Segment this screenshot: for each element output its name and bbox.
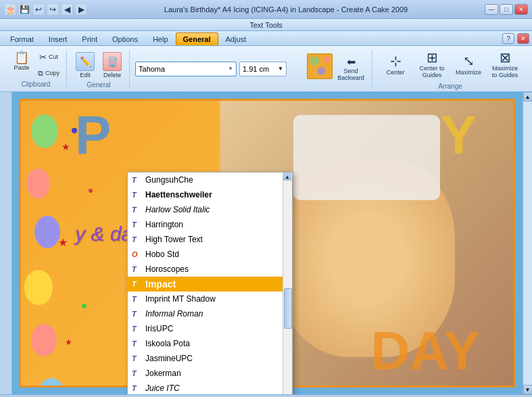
send-backward-button[interactable]: ⬅ SendBackward [334,53,368,84]
close-ribbon-btn[interactable]: ✕ [517,33,529,44]
font-item-jasmineupc[interactable]: T JasmineUPC [128,351,292,366]
balloon-pink-1 [26,168,50,199]
send-backward-label: SendBackward [337,68,364,82]
tab-general[interactable]: General [176,32,218,45]
balloon-blue-2 [38,378,65,388]
font-icon-T13: T [132,384,141,392]
center-to-guides-button[interactable]: ⊞ Center toGuides [414,47,450,81]
star-3: ★ [65,337,72,347]
scrollbar-up-btn[interactable]: ▲ [283,172,291,181]
text-tools-bar: Text Tools [0,19,532,31]
delete-button[interactable]: 🗑️ Delete [99,49,125,81]
help-btn[interactable]: ? [502,33,514,44]
paste-icon: 📋 [14,51,29,64]
undo-quick-btn[interactable]: ↩ [32,3,45,16]
fwd-quick-btn[interactable]: ▶ [75,3,87,16]
minimize-button[interactable]: — [485,4,498,15]
toolbar: 📋 Paste ✂ Cut ⧉ Copy Clipboard [0,46,532,92]
font-icon-T6: T [132,280,141,288]
clipboard-label: Clipboard [22,80,51,88]
font-item-imprint[interactable]: T Imprint MT Shadow [128,291,292,306]
window-controls: — □ ✕ [485,4,528,15]
redo-quick-btn[interactable]: ↪ [47,3,59,16]
tab-adjust[interactable]: Adjust [218,32,254,45]
size-arrow-icon: ▼ [278,66,283,72]
center-button[interactable]: ⊹ Center [378,47,413,81]
tab-options[interactable]: Options [105,32,145,45]
font-item-hobo[interactable]: O Hobo Std [128,247,292,262]
font-item-harrington[interactable]: T Harrington [128,217,292,232]
svg-point-3 [317,67,325,75]
edit-icon: ✏️ [76,52,95,71]
font-icon-T1: T [132,191,141,199]
document-area: ★ ★ ★ ★ P Y DAY y & daddy [0,92,532,394]
font-item-juiceitc[interactable]: T Juice ITC [128,381,292,394]
maximize-button-arr[interactable]: ⤡ Maximize [451,47,486,81]
font-icon-T9: T [132,325,141,333]
font-item-gungsuhche[interactable]: T GungsuhChe [128,172,292,187]
font-name-dropdown[interactable]: Tahoma ▼ [135,62,237,76]
font-icon-T3: T [132,220,141,229]
edit-button[interactable]: ✏️ Edit [72,49,98,81]
tab-format[interactable]: Format [3,32,41,45]
font-item-harlow[interactable]: T Harlow Solid Italic [128,202,292,217]
balloon-blue-1 [34,216,60,248]
font-item-irisupc[interactable]: T IrisUPC [128,321,292,336]
copy-icon: ⧉ [38,69,43,78]
star-1: ★ [62,141,70,152]
back-quick-btn[interactable]: ◀ [61,3,73,16]
font-dropdown-arrow-icon: ▼ [228,66,233,72]
tab-insert[interactable]: Insert [41,32,75,45]
maximize-button[interactable]: □ [500,4,513,15]
copy-button[interactable]: ⧉ Copy [35,66,62,80]
font-icon-T: T [132,176,141,184]
balloon-pink-2 [31,324,57,356]
letter-DAY: DAY [370,320,480,382]
left-ruler [0,92,12,394]
scrollbar-thumb[interactable] [284,288,292,329]
svg-point-2 [323,56,330,63]
send-backward-icon: ⬅ [347,55,356,68]
tab-print[interactable]: Print [74,32,105,45]
send-group: ⬅ SendBackward [303,50,372,88]
maximize-to-guides-button[interactable]: ⊠ Maximizeto Guides [487,47,523,81]
letter-P: P [75,104,111,166]
dot-2 [89,189,93,193]
font-icon-T4: T [132,235,141,243]
font-list-scrollbar[interactable]: ▲ ▼ [283,172,292,394]
font-item-informal[interactable]: T Informal Roman [128,306,292,321]
font-item-iskoola[interactable]: T Iskoola Pota [128,336,292,351]
save-quick-btn[interactable]: 💾 [18,3,30,16]
close-button[interactable]: ✕ [514,4,528,15]
font-icon-T7: T [132,295,141,303]
font-icon-T12: T [132,369,141,377]
font-item-hightower[interactable]: T High Tower Text [128,232,292,247]
quick-access-toolbar: 🎂 💾 ↩ ↪ ◀ ▶ [4,3,87,16]
dot-3 [82,304,87,308]
hat-shape [293,115,440,200]
font-list-scroll[interactable]: T GungsuhChe T Haettenschweiler T Harlow… [128,172,292,394]
main-canvas[interactable]: ★ ★ ★ ★ P Y DAY y & daddy [12,92,523,394]
clipboard-group: 📋 Paste ✂ Cut ⧉ Copy Clipboard [5,50,67,88]
scroll-up-btn[interactable]: ▲ [523,92,533,101]
cut-button[interactable]: ✂ Cut [35,49,62,64]
font-area: Tahoma ▼ 1.91 cm ▼ [131,60,301,78]
font-icon-T10: T [132,340,141,348]
font-item-horoscopes[interactable]: T Horoscopes [128,262,292,277]
center-guides-icon: ⊞ [427,49,438,66]
font-item-haettenschweiler[interactable]: T Haettenschweiler [128,187,292,202]
status-bar: X=−−−,−−− cm Y=−−−,−−− cm 📄 Ready − + 10… [0,394,532,397]
font-size-dropdown[interactable]: 1.91 cm ▼ [239,62,287,76]
cut-icon: ✂ [39,52,47,62]
scroll-down-btn[interactable]: ▼ [523,385,533,394]
arrange-label: Arrange [438,83,462,90]
general-label: General [87,81,111,89]
font-item-impact[interactable]: T Impact [128,277,292,291]
balloon-green-1 [31,114,58,148]
paste-button[interactable]: 📋 Paste [9,49,34,73]
tab-help[interactable]: Help [145,32,176,45]
vertical-scrollbar[interactable]: ▲ ▼ [523,92,532,394]
app-icon: 🎂 [4,3,16,16]
font-item-jokerman[interactable]: T Jokerman [128,366,292,381]
arrange-group: ⊹ Center ⊞ Center toGuides ⤡ Maximize ⊠ … [374,50,527,88]
